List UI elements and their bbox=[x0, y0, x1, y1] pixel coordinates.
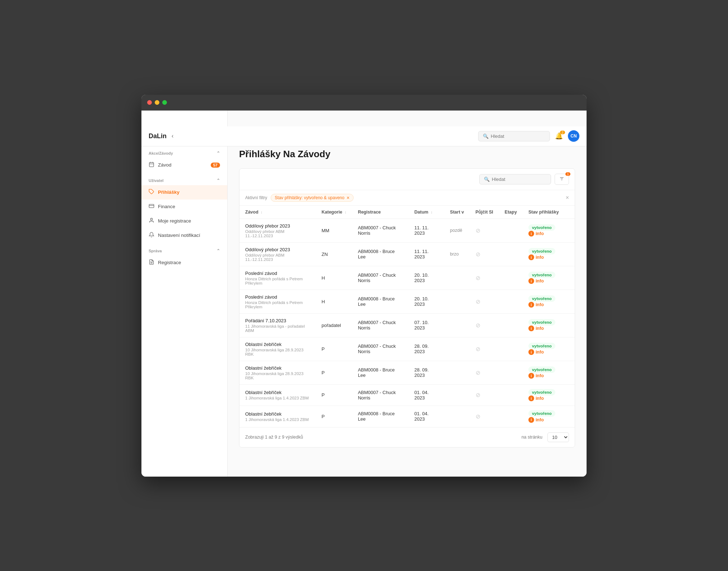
sidebar-label-finance: Finance bbox=[158, 204, 175, 209]
col-header-datum[interactable]: Datum ↕ bbox=[409, 206, 444, 219]
cell-datum: 01. 04. 2023 bbox=[409, 406, 444, 427]
sidebar-item-prihlasky[interactable]: Přihlášky bbox=[141, 185, 227, 200]
table-row: Poslední závod Honza Dittrich pořádá s P… bbox=[239, 290, 575, 313]
col-header-kategorie[interactable]: Kategorie ↕ bbox=[316, 206, 352, 219]
filter-clear-all-button[interactable]: × bbox=[566, 195, 569, 201]
per-page-select[interactable]: 10 25 50 100 bbox=[547, 432, 569, 442]
cell-etapy bbox=[499, 242, 523, 266]
filter-tag-close-button[interactable]: × bbox=[346, 195, 349, 200]
search-icon-table: 🔍 bbox=[484, 177, 490, 182]
cell-datum: 20. 10. 2023 bbox=[409, 290, 444, 313]
svg-rect-5 bbox=[149, 204, 154, 207]
table-row: Poslední závod Honza Dittrich pořádá s P… bbox=[239, 266, 575, 290]
sidebar-section-sprava[interactable]: Správa ⌃ bbox=[141, 243, 227, 256]
table-row: Oblastní žebříček 10 Jihomoravská liga 2… bbox=[239, 337, 575, 361]
cell-zavod: Pořádání 7.10.2023 11 Jihomoravská liga … bbox=[239, 313, 316, 337]
active-filters-label: Aktivní filtry bbox=[245, 195, 267, 200]
search-icon: 🔍 bbox=[483, 134, 489, 139]
sidebar-item-moje-registrace[interactable]: Moje registrace bbox=[141, 214, 227, 228]
info-button[interactable]: i info bbox=[528, 396, 544, 401]
titlebar bbox=[141, 95, 587, 111]
cell-stav: vytvořeno i info bbox=[523, 242, 575, 266]
table-row: Oblastní žebříček 10 Jihomoravská liga 2… bbox=[239, 361, 575, 384]
sidebar-item-zavod[interactable]: Závod 57 bbox=[141, 158, 227, 172]
table-search-input[interactable] bbox=[492, 177, 546, 182]
cell-registrace: ABM0007 - Chuck Norris bbox=[352, 266, 409, 290]
calendar-icon bbox=[149, 162, 154, 169]
cell-zavod: Oblastní žebříček 1 Jihomoravská liga 1.… bbox=[239, 384, 316, 406]
chevron-up-icon-2: ⌃ bbox=[216, 178, 220, 183]
bell-settings-icon bbox=[149, 232, 154, 239]
cell-pujcit-si: ⊘ bbox=[470, 337, 499, 361]
cell-pujcit-si: ⊘ bbox=[470, 266, 499, 290]
sidebar-section-uzivatel[interactable]: Uživatel ⌃ bbox=[141, 172, 227, 185]
topbar-search-box[interactable]: 🔍 bbox=[478, 131, 550, 141]
svg-rect-0 bbox=[149, 162, 154, 167]
user-avatar[interactable]: CN bbox=[568, 130, 579, 142]
cell-etapy bbox=[499, 406, 523, 427]
info-button[interactable]: i info bbox=[528, 302, 544, 308]
cell-pujcit-si: ⊘ bbox=[470, 361, 499, 384]
sidebar-section-akce-zavody[interactable]: Akce/Závody ⌃ bbox=[141, 145, 227, 158]
info-icon: i bbox=[528, 302, 534, 308]
cell-start-v bbox=[444, 361, 470, 384]
table-row: Oblastní žebříček 1 Jihomoravská liga 1.… bbox=[239, 384, 575, 406]
maximize-button[interactable] bbox=[162, 100, 167, 105]
status-badge: vytvořeno bbox=[528, 410, 555, 417]
close-button[interactable] bbox=[147, 100, 152, 105]
info-button[interactable]: i info bbox=[528, 417, 544, 423]
cell-etapy bbox=[499, 290, 523, 313]
topbar-search-input[interactable] bbox=[491, 134, 545, 139]
cell-datum: 07. 10. 2023 bbox=[409, 313, 444, 337]
table-footer: Zobrazuji 1 až 9 z 9 výsledků na stránku… bbox=[239, 427, 575, 447]
status-badge: vytvořeno bbox=[528, 343, 555, 349]
sidebar-collapse-button[interactable]: ‹ bbox=[172, 133, 173, 139]
sidebar-item-registrace[interactable]: Registrace bbox=[141, 256, 227, 270]
cell-kategorie: P bbox=[316, 384, 352, 406]
notifications-button[interactable]: 🔔 2 bbox=[555, 132, 563, 140]
info-button[interactable]: i info bbox=[528, 254, 544, 260]
sidebar-item-finance[interactable]: Finance bbox=[141, 200, 227, 214]
cell-start-v bbox=[444, 290, 470, 313]
cell-etapy bbox=[499, 384, 523, 406]
cell-kategorie: P bbox=[316, 337, 352, 361]
info-button[interactable]: i info bbox=[528, 373, 544, 379]
cell-registrace: ABM0007 - Chuck Norris bbox=[352, 384, 409, 406]
cell-zavod: Poslední závod Honza Dittrich pořádá s P… bbox=[239, 266, 316, 290]
no-icon: ⊘ bbox=[476, 370, 480, 376]
table-body: Oddílový přebor 2023 Oddílový přebor ABM… bbox=[239, 219, 575, 427]
table-toolbar: 🔍 1 bbox=[239, 169, 575, 190]
cell-start-v bbox=[444, 384, 470, 406]
minimize-button[interactable] bbox=[155, 100, 159, 105]
info-button[interactable]: i info bbox=[528, 278, 544, 284]
col-header-pujcit-si: Půjčit SI bbox=[470, 206, 499, 219]
filter-icon bbox=[559, 176, 564, 182]
cell-pujcit-si: ⊘ bbox=[470, 384, 499, 406]
sidebar-label-nastaveni-notifikaci: Nastavení notifikací bbox=[158, 233, 200, 238]
cell-kategorie: H bbox=[316, 290, 352, 313]
table-search-box[interactable]: 🔍 bbox=[479, 174, 551, 184]
info-button[interactable]: i info bbox=[528, 349, 544, 355]
filter-button[interactable]: 1 bbox=[555, 174, 569, 185]
user-icon bbox=[149, 217, 154, 225]
no-icon: ⊘ bbox=[476, 228, 480, 234]
sidebar-item-nastaveni-notifikaci[interactable]: Nastavení notifikací bbox=[141, 228, 227, 243]
info-icon: i bbox=[528, 417, 534, 423]
cell-etapy bbox=[499, 219, 523, 242]
cell-etapy bbox=[499, 313, 523, 337]
status-badge: vytvořeno bbox=[528, 295, 555, 302]
cell-kategorie: ZN bbox=[316, 242, 352, 266]
cell-datum: 28. 09. 2023 bbox=[409, 337, 444, 361]
cell-stav: vytvořeno i info bbox=[523, 313, 575, 337]
info-button[interactable]: i info bbox=[528, 326, 544, 331]
col-header-zavod[interactable]: Závod ↕ bbox=[239, 206, 316, 219]
cell-start-v bbox=[444, 266, 470, 290]
svg-point-7 bbox=[150, 218, 152, 220]
cell-stav: vytvořeno i info bbox=[523, 219, 575, 242]
info-icon: i bbox=[528, 373, 534, 379]
cell-datum: 28. 09. 2023 bbox=[409, 361, 444, 384]
cell-registrace: ABM0008 - Bruce Lee bbox=[352, 406, 409, 427]
table-card: 🔍 1 Aktivní fi bbox=[239, 168, 575, 448]
info-button[interactable]: i info bbox=[528, 231, 544, 237]
cell-start-v: pozdě bbox=[444, 219, 470, 242]
